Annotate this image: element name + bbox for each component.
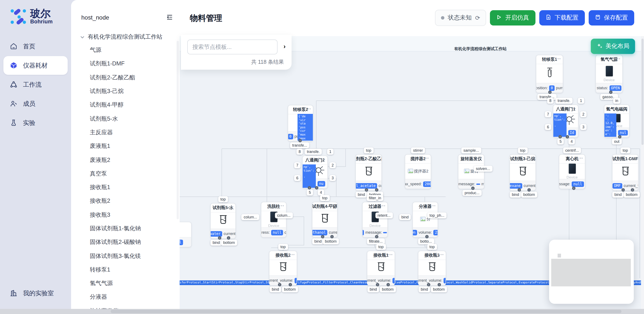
port-top[interactable]: top bbox=[278, 244, 288, 250]
flow-node-column[interactable]: 洗脱柱•••Devicerogress:nullcolucolum...colu… bbox=[261, 202, 286, 238]
port-2[interactable]: 2 bbox=[580, 111, 586, 117]
flow-node-rb5[interactable]: 试剂瓶5-水•••:watercurrent_wtopbindbottom‹› bbox=[210, 203, 236, 239]
port-5[interactable]: 5 bbox=[307, 189, 313, 195]
node-menu-icon[interactable]: ••• bbox=[477, 156, 482, 160]
port-bind[interactable]: bind bbox=[312, 238, 324, 244]
port-handle-icon[interactable]: ‹ bbox=[427, 283, 430, 286]
node-menu-icon[interactable]: ••• bbox=[388, 253, 393, 257]
param-value-badge[interactable]: own bbox=[413, 230, 417, 235]
port-top[interactable]: top bbox=[376, 244, 386, 250]
port-handle-icon[interactable]: › bbox=[227, 236, 230, 240]
param-value-badge[interactable]: methanol bbox=[312, 230, 328, 235]
tree-item[interactable]: 固体试剂瓶2-碳酸钠 bbox=[71, 235, 180, 249]
port-1[interactable]: 1 bbox=[327, 149, 334, 155]
port-7[interactable]: 7 bbox=[294, 162, 300, 168]
port-top[interactable]: top bbox=[364, 148, 373, 154]
param-value-badge[interactable]: Id bbox=[568, 130, 576, 135]
sidebar-item-workflow[interactable]: 工作流 bbox=[0, 75, 71, 94]
port-top[interactable]: top bbox=[427, 244, 437, 250]
port-4[interactable]: 4 bbox=[318, 189, 324, 195]
flow-node-valve2[interactable]: 八通阀门2•••status:nunp', tion': '8transfe.1… bbox=[302, 156, 328, 189]
port-bind[interactable]: bind bbox=[368, 286, 379, 292]
port-1[interactable]: 1 bbox=[578, 98, 584, 104]
port-bottom[interactable]: bottom bbox=[380, 286, 396, 292]
flow-node-rb3[interactable]: 试剂瓶3-己烷•••hexanecurrent_vtopbindbottom‹› bbox=[510, 154, 536, 191]
port-7[interactable]: 7 bbox=[545, 111, 551, 117]
port-stirrer[interactable]: stirrer bbox=[411, 148, 425, 154]
param-value-badge[interactable]: OPEN bbox=[609, 85, 622, 91]
node-menu-icon[interactable]: ••• bbox=[290, 253, 295, 257]
port-handle-icon[interactable]: ‹ bbox=[376, 283, 379, 286]
flow-node-filter[interactable]: 过滤器•••Devicewnmessage:maretent...filter_… bbox=[362, 202, 388, 238]
node-menu-icon[interactable]: ••• bbox=[571, 107, 576, 111]
port-handle-icon[interactable]: ‹ bbox=[618, 135, 622, 139]
node-menu-icon[interactable]: ••• bbox=[228, 205, 234, 209]
flow-node-fragment[interactable]: dl bbox=[180, 222, 192, 247]
port-transfe-[interactable]: transfe. bbox=[305, 149, 322, 155]
collapse-panel-icon[interactable] bbox=[166, 13, 174, 21]
param-value-badge[interactable]: hyl_acetate bbox=[356, 183, 377, 188]
download-config-button[interactable]: 下载配置 bbox=[539, 10, 585, 25]
tree-item[interactable]: 转移泵1 bbox=[71, 263, 180, 277]
port-transfe-[interactable]: transfe. bbox=[556, 98, 572, 104]
status-pill[interactable]: 状态未知 ⟳ bbox=[435, 10, 486, 26]
port-handle-icon[interactable]: › bbox=[315, 186, 318, 189]
port-bottom[interactable]: bottom bbox=[521, 192, 537, 198]
tree-item[interactable]: 试剂瓶5-水 bbox=[71, 112, 180, 126]
flow-node-separator[interactable]: 分液器•••分ownvolume:250top_ph...bindbotto..… bbox=[412, 202, 438, 238]
overlay-port-label[interactable]: retent... bbox=[376, 212, 393, 218]
param-value-badge[interactable]: DMF bbox=[612, 183, 622, 188]
param-value-badge[interactable]: nu bbox=[317, 181, 325, 186]
param-value-badge[interactable]: 0 bbox=[294, 278, 297, 283]
tree-item[interactable]: 废液瓶2 bbox=[71, 153, 180, 167]
param-value-badge[interactable]: 0 bbox=[392, 278, 394, 283]
port-bind[interactable]: bind bbox=[210, 240, 222, 246]
flow-node-zyb1[interactable]: 转移泵1•••position:0pumptransfe...‹ bbox=[536, 55, 563, 93]
port-handle-icon[interactable]: ‹ bbox=[375, 235, 378, 238]
sidebar-item-home[interactable]: 首页 bbox=[0, 37, 71, 56]
node-menu-icon[interactable]: ••• bbox=[430, 204, 436, 208]
port-filtrate-[interactable]: filtrate... bbox=[367, 238, 385, 244]
tree-item[interactable]: 氢气气源 bbox=[71, 277, 180, 291]
sidebar-item-cube[interactable]: 仪器耗材 bbox=[4, 56, 68, 75]
param-value-badge[interactable]: dl bbox=[180, 239, 183, 245]
flow-node-rb1[interactable]: 试剂瓶1-DMF•••e:DMFcurrent_voltopbindbottom… bbox=[612, 154, 638, 191]
port-produc-[interactable]: produc... bbox=[462, 190, 482, 196]
tree-scrollbar[interactable] bbox=[177, 41, 179, 219]
tree-item[interactable]: 废液瓶1 bbox=[71, 139, 180, 153]
flow-node-valve1[interactable]: 八通阀门1•••status:Idnp', tion': '8transfe.1… bbox=[553, 105, 578, 138]
node-menu-icon[interactable]: ••• bbox=[424, 156, 429, 160]
flow-node-rotavap[interactable]: 旋转蒸发仪•••旋转lmessage:max_solven...sample..… bbox=[458, 154, 484, 189]
param-value-badge[interactable]: 250 bbox=[433, 230, 438, 235]
canvas-vert-scrollbar[interactable] bbox=[641, 36, 644, 309]
port-handle-icon[interactable]: › bbox=[566, 135, 569, 139]
node-menu-icon[interactable]: ••• bbox=[631, 156, 636, 160]
port-bind[interactable]: bind bbox=[510, 192, 521, 198]
port-transfe-[interactable]: transfe... bbox=[538, 94, 556, 100]
canvas-horiz-scrollbar[interactable] bbox=[0, 309, 644, 314]
port-handle-icon[interactable]: ‹ bbox=[308, 186, 311, 189]
param-value-badge[interactable]: wn bbox=[363, 230, 364, 235]
flow-node-stir2[interactable]: 搅拌器2•••搅拌器2max_speed:2000stirrer bbox=[405, 154, 431, 189]
node-menu-icon[interactable]: ••• bbox=[556, 57, 561, 61]
flow-node-h2valve[interactable]: 氢气电磁阀•••Devicestatus:nul': ': 12.0, ime'… bbox=[604, 105, 630, 138]
param-value-badge[interactable]: nul bbox=[618, 130, 628, 135]
port-handle-icon[interactable]: › bbox=[288, 283, 292, 286]
port-handle-icon[interactable]: › bbox=[386, 283, 390, 286]
port-8[interactable]: 8 bbox=[547, 98, 554, 104]
flow-node-recv3[interactable]: 接收瓶3•••current_volume:0topbindbottom‹› bbox=[418, 251, 446, 286]
tree-item[interactable]: 试剂瓶4-甲醇 bbox=[71, 98, 180, 112]
port-handle-icon[interactable]: › bbox=[375, 188, 378, 192]
tree-item[interactable]: 分液器 bbox=[71, 291, 180, 304]
port-centrif-[interactable]: centrif... bbox=[563, 148, 581, 154]
port-handle-icon[interactable]: ‹ bbox=[558, 135, 562, 139]
port-handle-icon[interactable]: › bbox=[631, 188, 634, 192]
tree-item[interactable]: 旋转蒸发仪 bbox=[71, 304, 180, 309]
tree-item[interactable]: 接收瓶2 bbox=[71, 194, 180, 208]
node-menu-icon[interactable]: ••• bbox=[622, 107, 628, 111]
port-bottom[interactable]: bottom bbox=[221, 240, 237, 246]
sidebar-item-experiment[interactable]: 实验 bbox=[0, 114, 71, 132]
port-3[interactable]: 3 bbox=[580, 124, 586, 130]
overlay-port-label[interactable]: top_ph... bbox=[427, 212, 446, 218]
port-bind[interactable]: bind bbox=[399, 214, 411, 220]
